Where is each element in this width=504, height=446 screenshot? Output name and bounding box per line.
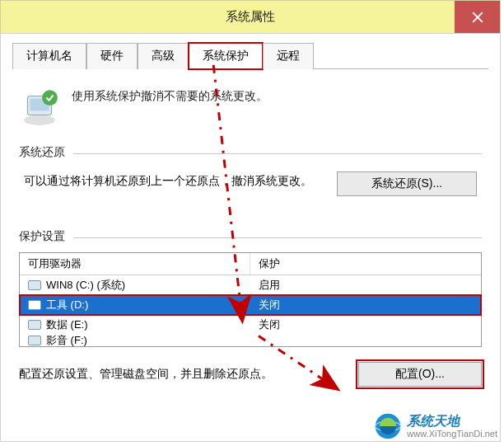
drive-row-selected[interactable]: 工具 (D:) 关闭 (20, 295, 481, 315)
close-icon (472, 12, 483, 23)
drive-name: WIN8 (C:) (系统) (46, 278, 125, 293)
drive-list: 可用驱动器 保护 WIN8 (C:) (系统) 启用 工具 (D:) 关闭 数据… (19, 252, 482, 347)
drive-icon (28, 280, 41, 290)
configure-button[interactable]: 配置(O)... (358, 362, 482, 387)
tab-strip: 计算机名 硬件 高级 系统保护 远程 (12, 42, 488, 69)
drive-protection: 关闭 (250, 314, 481, 336)
group-title-restore: 系统还原 (19, 145, 73, 160)
watermark-title: 系统天地 (407, 414, 497, 429)
drive-icon (28, 336, 41, 345)
drive-icon (28, 320, 41, 330)
drive-protection: 启用 (250, 275, 481, 296)
group-system-restore: 系统还原 可以通过将计算机还原到上一个还原点，撤消系统更改。 系统还原(S)..… (19, 145, 482, 200)
drive-icon (28, 300, 41, 310)
watermark: 系统天地 www.XiTongTianDi.net (374, 412, 497, 440)
tab-system-protection[interactable]: 系统保护 (189, 43, 263, 69)
drive-list-header: 可用驱动器 保护 (20, 253, 481, 275)
tab-computer-name[interactable]: 计算机名 (12, 43, 86, 69)
drive-name: 数据 (E:) (46, 317, 88, 332)
tab-remote[interactable]: 远程 (263, 43, 314, 69)
tab-hardware[interactable]: 硬件 (86, 43, 138, 69)
svg-point-2 (24, 115, 55, 125)
svg-point-5 (42, 90, 58, 106)
drive-protection (250, 337, 481, 344)
drive-row[interactable]: WIN8 (C:) (系统) 启用 (20, 275, 481, 295)
titlebar: 系统属性 (0, 0, 501, 33)
col-header-protection[interactable]: 保护 (250, 253, 481, 275)
drive-protection: 关闭 (250, 294, 481, 316)
drive-row[interactable]: 数据 (E:) 关闭 (20, 315, 481, 335)
drive-name: 影音 (F:) (46, 335, 87, 346)
close-button[interactable] (455, 1, 500, 34)
configure-description: 配置还原设置、管理磁盘空间，并且删除还原点。 (19, 367, 358, 382)
window-title: 系统属性 (1, 9, 500, 25)
group-protection-settings: 保护设置 可用驱动器 保护 WIN8 (C:) (系统) 启用 工具 (D:) … (19, 229, 482, 347)
watermark-url: www.XiTongTianDi.net (407, 429, 497, 439)
system-restore-button[interactable]: 系统还原(S)... (337, 171, 477, 196)
dialog-body: 计算机名 硬件 高级 系统保护 远程 使用系统保护撤消不需要的系统更改。 系统还… (0, 33, 501, 442)
watermark-logo-icon (374, 412, 402, 440)
restore-description: 可以通过将计算机还原到上一个还原点，撤消系统更改。 (24, 171, 320, 190)
tab-advanced[interactable]: 高级 (138, 43, 189, 69)
drive-row[interactable]: 影音 (F:) (20, 335, 481, 346)
intro-text: 使用系统保护撤消不需要的系统更改。 (72, 86, 268, 104)
shield-icon (19, 86, 60, 127)
col-header-drive[interactable]: 可用驱动器 (20, 253, 250, 275)
group-title-protection: 保护设置 (19, 229, 73, 244)
drive-name: 工具 (D:) (46, 298, 88, 312)
